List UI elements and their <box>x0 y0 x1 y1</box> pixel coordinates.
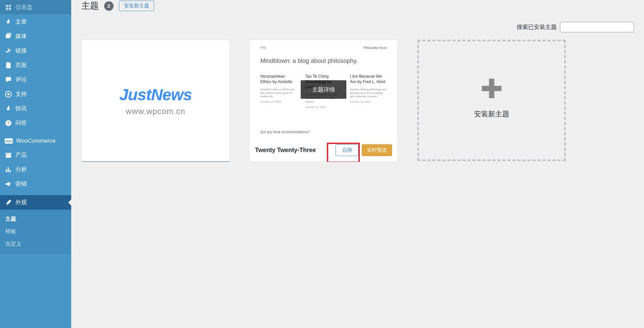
pin-icon <box>5 18 12 26</box>
archive-icon <box>5 151 12 159</box>
tt3-brand: TT3 <box>260 46 266 49</box>
sidebar-item-media[interactable]: 媒体 <box>0 29 71 43</box>
theme-card-active[interactable]: JustNews www.wpcom.cn 已启用： JustNews 自定义 <box>81 40 230 162</box>
main-content: 主题 2 安装新主题 搜索已安装主题 JustNews www.wpcom.cn… <box>71 0 644 162</box>
theme-card[interactable]: TT3 Philosophy About Mindblown: a blog a… <box>249 40 398 162</box>
sidebar-item-links[interactable]: 链接 <box>0 43 71 58</box>
woo-icon: woo <box>5 138 13 144</box>
page-icon <box>5 62 12 69</box>
page-title: 主题 <box>81 0 99 12</box>
sidebar-item-comments[interactable]: 评论 <box>0 72 71 87</box>
theme-screenshot: JustNews www.wpcom.cn <box>82 40 229 161</box>
search-label: 搜索已安装主题 <box>517 23 557 31</box>
pin-icon <box>5 105 12 112</box>
sidebar-item-pages[interactable]: 页面 <box>0 58 71 72</box>
dashboard-icon <box>5 4 12 11</box>
theme-count-badge: 2 <box>104 1 114 11</box>
sidebar-label: 媒体 <box>15 32 27 40</box>
link-icon <box>5 47 12 54</box>
sidebar-label: 问答 <box>15 119 27 127</box>
support-icon <box>5 90 12 98</box>
svg-point-1 <box>7 93 10 95</box>
themes-grid: JustNews www.wpcom.cn 已启用： JustNews 自定义 … <box>81 40 634 162</box>
sidebar-label: 仪表盘 <box>15 3 33 11</box>
sidebar-item-woocommerce[interactable]: woo WooCommerce <box>0 134 71 148</box>
sidebar-label: 支持 <box>15 90 27 98</box>
media-icon <box>5 33 12 40</box>
sidebar-item-posts[interactable]: 文章 <box>0 14 71 29</box>
tt3-nav: Philosophy About <box>363 46 387 49</box>
theme-footer: Twenty Twenty-Three 启用 实时预览 <box>250 139 397 161</box>
sidebar-label: 页面 <box>15 61 27 69</box>
sidebar-item-support[interactable]: 支持 <box>0 87 71 101</box>
sidebar-label: 快讯 <box>15 105 27 112</box>
question-icon: ? <box>5 119 12 127</box>
theme-details-button[interactable]: 主题详情 <box>301 80 346 99</box>
search-input[interactable] <box>560 22 634 32</box>
sidebar-item-dashboard[interactable]: 仪表盘 <box>0 0 71 14</box>
add-theme-card[interactable]: ✚ 安装新主题 <box>417 40 566 161</box>
plus-icon: ✚ <box>480 82 503 96</box>
theme-screenshot: TT3 Philosophy About Mindblown: a blog a… <box>250 40 397 139</box>
search-row: 搜索已安装主题 <box>81 22 634 32</box>
sidebar-item-news[interactable]: 快讯 <box>0 101 71 116</box>
sidebar-label: 链接 <box>15 47 27 54</box>
sidebar-label: 评论 <box>15 76 27 83</box>
sidebar-label: 产品 <box>15 151 27 159</box>
install-theme-button[interactable]: 安装新主题 <box>119 1 154 11</box>
svg-text:?: ? <box>7 121 9 125</box>
activate-button[interactable]: 启用 <box>336 144 358 156</box>
sidebar-label: 文章 <box>15 18 27 26</box>
tt3-headline: Mindblown: a blog about philosophy. <box>260 58 387 65</box>
comment-icon <box>5 76 12 83</box>
theme-footer: 已启用： JustNews 自定义 <box>82 161 229 162</box>
theme-logo-text: JustNews <box>119 85 192 104</box>
sidebar-item-products[interactable]: 产品 <box>0 148 71 162</box>
admin-sidebar: 仪表盘 文章 媒体 链接 页面 评论 支持 快讯 ? 问答 woo WooCom… <box>0 0 71 162</box>
theme-url-text: www.wpcom.cn <box>126 107 185 116</box>
page-header: 主题 2 安装新主题 <box>81 0 634 22</box>
theme-name: Twenty Twenty-Three <box>255 147 316 154</box>
sidebar-label: WooCommerce <box>16 138 56 144</box>
live-preview-button[interactable]: 实时预览 <box>362 144 392 156</box>
add-theme-label: 安装新主题 <box>474 109 509 119</box>
sidebar-item-qa[interactable]: ? 问答 <box>0 116 71 130</box>
